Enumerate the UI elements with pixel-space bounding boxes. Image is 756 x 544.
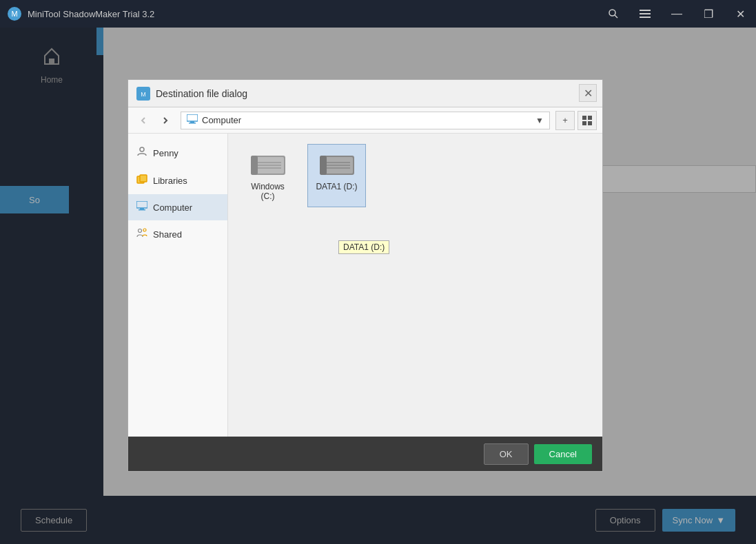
svg-point-18 [140, 147, 144, 151]
dialog-body: Penny Libraries [128, 134, 602, 437]
svg-text:M: M [141, 91, 146, 98]
window-controls: — ❐ ✕ [597, 0, 756, 28]
svg-rect-13 [189, 123, 196, 124]
nav-item-computer-label: Computer [153, 202, 192, 213]
svg-rect-17 [588, 121, 592, 125]
back-button[interactable] [134, 111, 153, 130]
restore-button[interactable]: ❐ [693, 0, 724, 28]
windows-c-icon [248, 150, 288, 178]
svg-rect-16 [582, 121, 586, 125]
dialog-toolbar: Computer ▼ + [128, 107, 602, 134]
dialog-app-icon: M [136, 87, 150, 101]
add-folder-button[interactable]: + [555, 111, 575, 130]
svg-rect-12 [190, 121, 194, 123]
drive-data1-d[interactable]: DATA1 (D:) [307, 144, 366, 207]
dialog-title: Destination file dialog [156, 88, 247, 99]
svg-point-24 [139, 229, 142, 233]
nav-item-libraries[interactable]: Libraries [128, 167, 227, 194]
app-title: MiniTool ShadowMaker Trial 3.2 [28, 9, 154, 19]
svg-rect-6 [640, 17, 651, 18]
computer-nav-icon [136, 201, 147, 213]
title-bar: M MiniTool ShadowMaker Trial 3.2 — ❐ ✕ [0, 0, 756, 28]
drives-area: Windows (C:) [238, 144, 592, 207]
app-area: Home So... Feedback So M [0, 28, 756, 544]
forward-button[interactable] [156, 111, 175, 130]
penny-icon [136, 146, 147, 160]
ok-button[interactable]: OK [484, 443, 529, 465]
svg-rect-5 [640, 13, 651, 14]
nav-item-penny[interactable]: Penny [128, 139, 227, 167]
svg-rect-23 [139, 209, 145, 211]
nav-item-computer[interactable]: Computer [128, 194, 227, 220]
drive-tooltip: DATA1 (D:) [338, 240, 389, 254]
svg-text:M: M [11, 10, 17, 18]
dialog-close-button[interactable]: ✕ [579, 84, 597, 102]
nav-item-shared-label: Shared [153, 229, 182, 240]
dialog-content-panel: Windows (C:) [228, 134, 602, 437]
nav-item-penny-label: Penny [153, 148, 178, 158]
svg-rect-37 [320, 156, 327, 175]
svg-rect-22 [140, 208, 144, 209]
search-button[interactable] [597, 0, 629, 28]
path-computer-icon [187, 114, 198, 126]
libraries-icon [136, 174, 147, 187]
path-dropdown-icon[interactable]: ▼ [535, 116, 544, 125]
svg-line-3 [615, 15, 617, 18]
svg-rect-31 [251, 156, 258, 175]
svg-rect-14 [582, 116, 586, 120]
svg-point-25 [143, 229, 146, 231]
path-bar: Computer ▼ [181, 112, 550, 129]
svg-rect-4 [640, 10, 651, 11]
app-logo: M [7, 6, 22, 21]
menu-button[interactable] [629, 0, 661, 28]
path-text: Computer [202, 115, 535, 125]
data1-d-icon [317, 150, 357, 178]
svg-point-2 [609, 10, 615, 16]
nav-item-shared[interactable]: Shared [128, 220, 227, 248]
shared-icon [136, 227, 147, 241]
cancel-button[interactable]: Cancel [534, 444, 592, 464]
view-toggle-button[interactable] [578, 111, 597, 130]
svg-rect-21 [136, 201, 147, 208]
svg-rect-20 [140, 175, 147, 182]
dialog-title-bar: M Destination file dialog ✕ [128, 80, 602, 107]
minimize-button[interactable]: — [661, 0, 693, 28]
svg-rect-15 [588, 116, 592, 120]
drive-data1-d-label: DATA1 (D:) [316, 182, 357, 191]
dialog-bottom-bar: OK Cancel [128, 437, 602, 471]
nav-item-libraries-label: Libraries [153, 176, 187, 186]
dialog-nav-panel: Penny Libraries [128, 134, 228, 437]
destination-file-dialog: M Destination file dialog ✕ [127, 79, 603, 472]
drive-windows-c[interactable]: Windows (C:) [238, 144, 297, 207]
svg-rect-11 [187, 114, 198, 121]
drive-windows-c-label: Windows (C:) [245, 182, 291, 201]
close-button[interactable]: ✕ [724, 0, 756, 28]
